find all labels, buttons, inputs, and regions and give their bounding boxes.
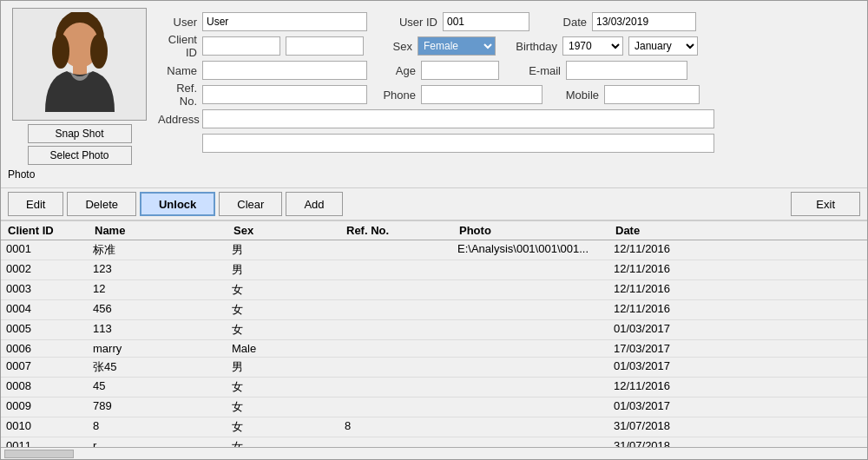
address-input2[interactable] — [202, 134, 714, 153]
birthday-year-select[interactable]: 1970 — [562, 36, 623, 56]
top-section: Snap Shot Select Photo Photo User User I… — [1, 1, 867, 188]
table-row[interactable]: 000312女12/11/2016 — [1, 280, 867, 300]
snap-shot-button[interactable]: Snap Shot — [28, 124, 132, 143]
table-cell: 123 — [88, 262, 227, 278]
add-button[interactable]: Add — [286, 192, 342, 216]
phone-input[interactable] — [421, 85, 542, 104]
table-cell: 01/03/2017 — [608, 322, 713, 338]
table-cell: 01/03/2017 — [608, 399, 713, 415]
phone-label: Phone — [377, 89, 416, 102]
table-cell: 0005 — [1, 322, 88, 338]
clear-button[interactable]: Clear — [219, 192, 282, 216]
table-cell: 男 — [227, 359, 339, 375]
avatar-image — [28, 12, 132, 116]
table-cell: 0009 — [1, 399, 88, 415]
address-input1[interactable] — [202, 109, 714, 128]
table-cell: 0001 — [1, 242, 88, 258]
table-cell: E:\Analysis\001\001\001... — [452, 242, 608, 258]
table-cell — [452, 302, 608, 318]
clientid-input2[interactable] — [286, 36, 364, 56]
table-cell: 0002 — [1, 262, 88, 278]
name-input[interactable] — [202, 61, 367, 80]
date-label: Date — [552, 16, 587, 29]
table-cell — [339, 242, 452, 258]
refno-label: Ref. No. — [158, 82, 197, 108]
table-row[interactable]: 0001标准男E:\Analysis\001\001\001...12/11/2… — [1, 240, 867, 260]
table-cell: 0010 — [1, 419, 88, 435]
form-row-address: Address — [158, 108, 860, 129]
table-cell: 789 — [88, 399, 227, 415]
table-row[interactable]: 0007张45男01/03/2017 — [1, 358, 867, 378]
table-cell: 女 — [227, 302, 339, 318]
birthday-month-select[interactable]: January — [628, 36, 698, 56]
table-row[interactable]: 0009789女01/03/2017 — [1, 398, 867, 417]
table-row[interactable]: 0005113女01/03/2017 — [1, 320, 867, 340]
table-cell: 男 — [227, 242, 339, 258]
form-area: User User ID Date Client ID Sex Female M… — [158, 8, 860, 181]
edit-button[interactable]: Edit — [8, 192, 63, 216]
table-row[interactable]: 0004456女12/11/2016 — [1, 300, 867, 320]
form-row-address2 — [158, 133, 860, 154]
birthday-label: Birthday — [510, 40, 557, 53]
table-cell: 张45 — [88, 359, 227, 375]
table-cell: 女 — [227, 282, 339, 298]
table-cell: 01/03/2017 — [608, 359, 713, 375]
form-row-refno: Ref. No. Phone Mobile — [158, 84, 860, 105]
table-cell: 31/07/2018 — [608, 439, 713, 447]
table-cell: 女 — [227, 322, 339, 338]
select-photo-button[interactable]: Select Photo — [28, 146, 132, 165]
user-label: User — [158, 16, 197, 29]
delete-button[interactable]: Delete — [67, 192, 136, 216]
table-cell — [452, 439, 608, 447]
main-window: Snap Shot Select Photo Photo User User I… — [0, 0, 868, 460]
table-row[interactable]: 00108女831/07/2018 — [1, 417, 867, 437]
table-cell: 0008 — [1, 379, 88, 395]
table-row[interactable]: 0002123男12/11/2016 — [1, 260, 867, 280]
table-row[interactable]: 000845女12/11/2016 — [1, 378, 867, 398]
sex-label: Sex — [386, 40, 412, 53]
sex-select[interactable]: Female Male — [418, 36, 496, 56]
table-cell — [339, 322, 452, 338]
user-input[interactable] — [202, 12, 367, 31]
email-input[interactable] — [566, 61, 687, 80]
exit-button[interactable]: Exit — [791, 192, 860, 216]
form-row-clientid: Client ID Sex Female Male Birthday 1970 … — [158, 36, 860, 56]
table-header: Client ID Name Sex Ref. No. Photo Date — [1, 221, 867, 240]
toolbar: Edit Delete Unlock Clear Add Exit — [1, 188, 867, 220]
table-row[interactable]: 0006marryMale17/03/2017 — [1, 340, 867, 358]
userid-input[interactable] — [443, 12, 529, 31]
table-cell: 17/03/2017 — [608, 342, 713, 355]
table-cell — [339, 359, 452, 375]
clientid-input1[interactable] — [202, 36, 280, 56]
mobile-input[interactable] — [604, 85, 700, 104]
table-cell: 113 — [88, 322, 227, 338]
table-cell: 12/11/2016 — [608, 242, 713, 258]
table-cell — [339, 439, 452, 447]
table-cell: 8 — [339, 419, 452, 435]
unlock-button[interactable]: Unlock — [140, 192, 215, 216]
table-cell: 12 — [88, 282, 227, 298]
table-cell: 男 — [227, 262, 339, 278]
age-input[interactable] — [421, 61, 499, 80]
refno-input[interactable] — [202, 85, 367, 104]
table-body[interactable]: 0001标准男E:\Analysis\001\001\001...12/11/2… — [1, 240, 867, 447]
table-section: Client ID Name Sex Ref. No. Photo Date 0… — [1, 220, 867, 459]
table-row[interactable]: 0011r女31/07/2018 — [1, 437, 867, 447]
table-cell: 8 — [88, 419, 227, 435]
table-cell — [339, 342, 452, 355]
photo-label: Photo — [8, 168, 35, 181]
table-cell: 12/11/2016 — [608, 262, 713, 278]
table-cell — [452, 419, 608, 435]
table-cell: 0006 — [1, 342, 88, 355]
col-header-sex: Sex — [228, 224, 341, 237]
table-cell — [339, 399, 452, 415]
table-cell: 女 — [227, 379, 339, 395]
horizontal-scrollbar[interactable] — [1, 447, 867, 459]
table-cell: 女 — [227, 439, 339, 447]
mobile-label: Mobile — [551, 89, 599, 102]
table-cell — [452, 359, 608, 375]
table-cell: 0003 — [1, 282, 88, 298]
date-input[interactable] — [592, 12, 696, 31]
table-cell: Male — [227, 342, 339, 355]
table-cell: 0004 — [1, 302, 88, 318]
